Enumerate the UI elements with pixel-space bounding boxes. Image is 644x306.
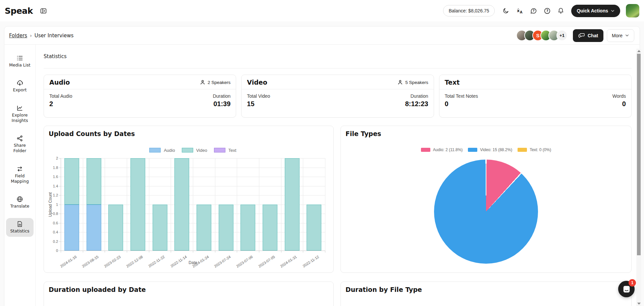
moon-icon	[502, 7, 509, 14]
app-header: Speak Balance: $8,026.75 xA ? ? Quick Ac…	[0, 0, 644, 21]
y-tick-label: 1.4	[45, 184, 58, 188]
stat-card-audio: Audio2 SpeakersTotal Audio2Duration01:39	[44, 75, 236, 118]
more-button-label: More	[612, 33, 623, 38]
sidebar-item-export[interactable]: Export	[6, 77, 34, 95]
chat-bubbles-icon	[578, 32, 585, 39]
statistics-main: Statistics Audio2 SpeakersTotal Audio2Du…	[35, 45, 640, 306]
bar-video-2023-07-06[interactable]	[240, 205, 255, 251]
sidebar-item-label: Explore Insights	[7, 113, 33, 124]
bar-video-2023-07-24[interactable]	[219, 205, 233, 251]
file-types-pie[interactable]	[434, 160, 538, 264]
bar-chart-legend: AudioVideoText	[61, 147, 325, 154]
charts-row: Upload Counts by Dates AudioVideoText00.…	[44, 126, 632, 273]
stat-left-value: 0	[445, 100, 478, 108]
scroll-up-arrow-icon[interactable]	[637, 50, 641, 52]
y-tick-label: 1.8	[45, 166, 58, 170]
stat-right-value: 0	[622, 100, 626, 108]
page-card: Folders › User Interviews S+1 Chat More …	[4, 26, 640, 306]
svg-text:A: A	[520, 10, 523, 14]
media-list-icon	[16, 55, 23, 61]
notifications-button[interactable]	[555, 5, 567, 17]
x-axis-title: Date	[61, 260, 325, 265]
person-icon	[200, 80, 205, 85]
section-title: Statistics	[44, 53, 632, 59]
help-button[interactable]: ?	[541, 5, 553, 17]
breadcrumb-separator: ›	[30, 33, 32, 38]
stat-right-label: Duration	[213, 93, 230, 99]
stat-right-value: 01:39	[213, 100, 230, 108]
avatar-overflow-badge[interactable]: +1	[556, 30, 568, 41]
quick-actions-label: Quick Actions	[577, 8, 608, 13]
support-chat-widget[interactable]: 1	[618, 281, 635, 297]
duration-by-date-title: Duration uploaded by Date	[49, 286, 146, 293]
sidebar-item-media-list[interactable]: Media List	[6, 52, 34, 71]
svg-text:?: ?	[533, 9, 534, 12]
stat-left-label: Total Text Notes	[445, 93, 478, 99]
bar-video-2024-01-31[interactable]	[285, 158, 300, 251]
stat-cards-row: Audio2 SpeakersTotal Audio2Duration01:39…	[44, 75, 632, 118]
bar-video-2022-12-08[interactable]	[130, 158, 145, 251]
breadcrumb-folders-link[interactable]: Folders	[9, 33, 27, 39]
bar-video-2022-11-22[interactable]	[153, 205, 167, 251]
person-icon	[397, 80, 403, 85]
y-tick-label: 1.6	[45, 175, 58, 179]
sidebar-item-statistics[interactable]: Statistics	[6, 218, 34, 236]
sidebar-item-translate[interactable]: Translate	[6, 193, 34, 212]
messenger-icon	[622, 285, 631, 294]
legend-item-text[interactable]: Text	[214, 148, 236, 153]
dark-mode-button[interactable]	[500, 5, 512, 17]
sidebar-item-explore-insights[interactable]: Explore Insights	[6, 102, 34, 126]
sidebar-toggle-button[interactable]	[38, 5, 50, 17]
explore-insights-icon	[16, 105, 23, 112]
user-avatar[interactable]	[626, 4, 639, 17]
vertical-scrollbar[interactable]	[636, 49, 641, 306]
bar-video-2023-08-15[interactable]	[87, 158, 101, 205]
bell-icon	[557, 7, 564, 14]
more-button[interactable]: More	[607, 29, 634, 42]
legend-item-audio[interactable]: Audio	[149, 148, 175, 153]
stat-card-text: TextTotal Text Notes0Words0	[439, 75, 632, 118]
message-question-icon: ?	[530, 7, 537, 14]
stat-card-title: Audio	[49, 79, 70, 86]
sidebar-item-field-mapping[interactable]: Field Mapping	[6, 163, 34, 187]
bottom-panels-row: Duration uploaded by Date Duration by Fi…	[44, 281, 632, 306]
chevron-down-icon	[625, 33, 629, 38]
section-divider	[44, 68, 632, 69]
bar-video-2022-11-12[interactable]	[307, 205, 321, 251]
export-icon	[16, 80, 23, 86]
stat-right-label: Words	[612, 93, 626, 99]
duration-by-type-panel: Duration by File Type	[340, 281, 632, 306]
legend-item-video[interactable]: Video	[182, 148, 207, 153]
pie-chart-legend: Audio: 2 (11.8%)Video: 15 (88.2%)Text: 0…	[341, 147, 631, 153]
chat-button[interactable]: Chat	[573, 29, 603, 42]
scrollbar-thumb[interactable]	[637, 54, 641, 255]
stat-card-title: Video	[247, 79, 267, 86]
bar-video-2024-01-16[interactable]	[64, 158, 79, 205]
legend-item-text[interactable]: Text: 0 (0%)	[518, 147, 551, 152]
stat-card-title: Text	[445, 79, 460, 86]
bar-video-2023-02-23[interactable]	[108, 205, 123, 251]
sidebar-item-label: Media List	[9, 62, 30, 68]
legend-item-audio[interactable]: Audio: 2 (11.8%)	[421, 147, 463, 152]
chat-unread-badge: 1	[629, 279, 636, 287]
sidebar-item-share-folder[interactable]: Share Folder	[6, 132, 34, 157]
bar-audio-2024-01-16[interactable]	[64, 205, 79, 251]
bar-audio-2023-08-15[interactable]	[87, 205, 101, 251]
y-axis-title: Upload Count	[48, 192, 53, 217]
feedback-button[interactable]: ?	[527, 5, 539, 17]
bar-video-2023-07-05[interactable]	[263, 205, 277, 251]
statistics-icon	[16, 221, 23, 227]
bar-video-2022-11-14[interactable]	[174, 158, 189, 251]
translate-button[interactable]: xA	[514, 5, 526, 17]
y-tick-label: 0.2	[45, 239, 58, 244]
panel-toggle-icon	[40, 7, 47, 14]
legend-item-video[interactable]: Video: 15 (88.2%)	[468, 147, 512, 152]
balance-pill[interactable]: Balance: $8,026.75	[443, 5, 495, 16]
stat-left-label: Total Video	[247, 93, 270, 99]
stat-left-label: Total Audio	[49, 93, 72, 99]
breadcrumb-current: User Interviews	[35, 33, 74, 39]
scroll-down-arrow-icon[interactable]	[637, 303, 641, 305]
collaborator-avatar-stack[interactable]: S+1	[516, 30, 568, 41]
bar-video-2024-01-24[interactable]	[197, 205, 211, 251]
quick-actions-button[interactable]: Quick Actions	[571, 5, 620, 17]
